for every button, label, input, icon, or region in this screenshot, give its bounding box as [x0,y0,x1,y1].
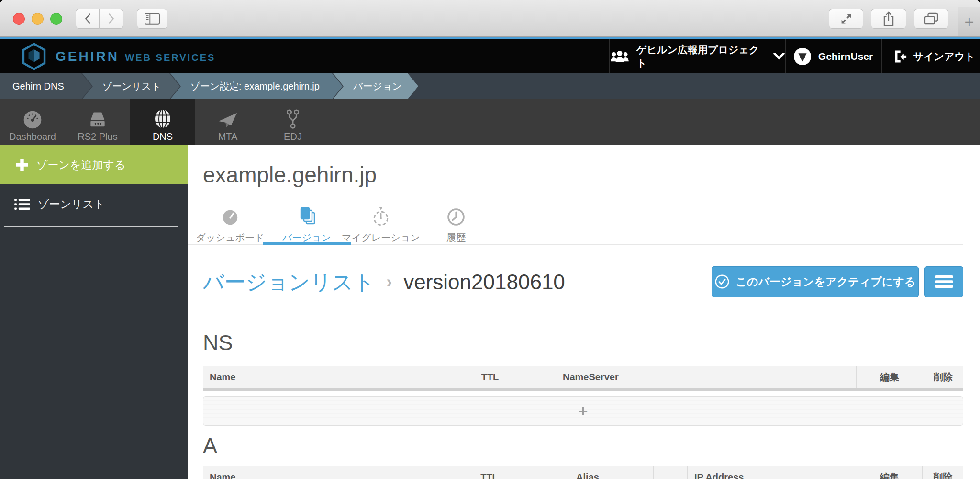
git-branch-icon [283,107,302,130]
column-header-edit: 編集 [856,366,923,388]
hamburger-icon [935,275,953,288]
pages-icon [296,205,317,228]
tab-overview-button[interactable] [914,9,948,29]
brand-logo[interactable]: GEHIRN WEB SERVICES [21,39,215,73]
back-icon [84,12,92,25]
plus-icon [15,158,29,171]
active-tab-underline [263,242,351,245]
zone-title: example.gehirn.jp [203,162,377,188]
service-mta[interactable]: MTA [195,99,260,145]
signout-label: サインアウト [913,50,975,63]
tab-label: 履歴 [446,231,466,244]
breadcrumb-label: Gehirn DNS [12,81,64,92]
tab-dashboard[interactable]: ダッシュボード [189,206,271,244]
service-dashboard[interactable]: Dashboard [0,99,65,145]
breadcrumb-item-gehirn-dns[interactable]: Gehirn DNS [0,73,92,99]
list-icon [14,198,30,210]
a-table-header: Name TTL Alias IP Address 編集 削除 [203,466,963,479]
column-header-edit: 編集 [857,466,922,479]
breadcrumb-item-zone-list[interactable]: ゾーンリスト [82,73,180,99]
current-version-label: version20180610 [403,270,565,294]
check-circle-icon [714,274,730,289]
breadcrumb-item-zone-settings[interactable]: ゾーン設定: example.gehirn.jp [170,73,343,99]
project-selector[interactable]: ゲヒルン広報用プロジェクト [610,39,785,73]
chevron-right-icon: › [386,272,392,292]
paper-plane-icon [217,107,239,130]
activate-version-label: このバージョンをアクティブにする [735,274,915,289]
tab-history[interactable]: 履歴 [430,206,482,244]
service-rs2-plus[interactable]: RS2 Plus [65,99,130,145]
gauge-icon [220,206,241,228]
user-menu[interactable]: GehirnUser [790,39,877,73]
header-divider [881,39,882,73]
brand-name: GEHIRN [56,49,119,64]
share-button[interactable] [871,9,906,29]
add-zone-label: ゾーンを追加する [36,158,126,172]
column-header-empty [523,366,556,388]
zone-list-label: ゾーンリスト [38,197,105,212]
a-section-heading: A [203,433,217,458]
breadcrumb-label: ゾーン設定: example.gehirn.jp [190,80,320,93]
sidebar-toggle-button[interactable] [137,9,167,29]
column-header-empty [653,466,687,479]
column-header-ttl: TTL [457,366,523,388]
service-edj[interactable]: EDJ [260,99,325,145]
version-menu-button[interactable] [924,266,963,297]
sidebar-item-zone-list[interactable]: ゾーンリスト [0,188,188,220]
column-header-alias: Alias [522,466,653,479]
clock-icon [445,206,467,228]
back-button[interactable] [76,9,100,29]
column-header-ttl: TTL [457,466,522,479]
breadcrumb: Gehirn DNS ゾーンリスト ゾーン設定: example.gehirn.… [0,73,980,99]
service-label: Dashboard [9,131,56,142]
new-tab-button[interactable]: + [958,7,980,36]
signout-button[interactable]: サインアウト [886,39,980,73]
breadcrumb-label: バージョン [353,80,402,93]
tab-label: ダッシュボード [196,231,265,244]
service-label: DNS [153,131,173,142]
tab-overview-icon [924,12,938,25]
ns-section-heading: NS [203,331,233,355]
header-divider [785,39,786,73]
browser-window: + GEHIRN WEB SERVICES ゲヒルン広報用プロジェクト Gehi… [0,0,980,479]
tab-migration[interactable]: マイグレーション [338,206,424,244]
ns-add-record-row[interactable]: + [203,396,963,426]
column-header-name: Name [203,366,457,388]
column-header-ip-address: IP Address [687,466,857,479]
column-header-nameserver: NameServer [556,366,856,388]
share-icon [882,11,895,26]
column-header-delete: 削除 [922,466,963,479]
fullscreen-button[interactable] [829,9,863,29]
column-header-name: Name [203,466,457,479]
version-list-link[interactable]: バージョンリスト [203,268,375,297]
service-label: MTA [218,131,238,142]
server-icon [87,107,109,130]
history-nav-group [76,9,124,29]
signout-icon [891,49,907,64]
gauge-icon [22,107,43,130]
forward-icon [107,12,115,25]
breadcrumb-item-version[interactable]: バージョン [333,73,418,99]
services-toolbar: Dashboard RS2 Plus DNS MTA EDJ [0,99,980,145]
gehirn-hexagon-logo-icon [21,42,47,71]
tab-label: マイグレーション [342,231,420,244]
brand-suffix: WEB SERVICES [125,52,215,63]
activate-version-button[interactable]: このバージョンをアクティブにする [712,266,919,297]
plus-icon: + [579,402,588,421]
service-label: RS2 Plus [78,131,117,142]
project-name-label: ゲヒルン広報用プロジェクト [636,43,767,70]
service-label: EDJ [284,131,302,142]
stopwatch-icon [371,205,391,228]
window-close-button[interactable] [13,13,25,25]
add-zone-button[interactable]: ゾーンを追加する [0,145,188,184]
sidebar-toggle-icon [145,13,160,25]
sidebar-divider [4,226,178,227]
fullscreen-icon [840,12,853,25]
forward-button[interactable] [100,9,123,29]
window-minimize-button[interactable] [32,13,44,25]
breadcrumb-label: ゾーンリスト [102,80,161,93]
window-zoom-button[interactable] [50,13,62,25]
version-breadcrumb: バージョンリスト › version20180610 [203,266,565,298]
user-name-label: GehirnUser [818,51,873,62]
service-dns[interactable]: DNS [130,99,195,145]
